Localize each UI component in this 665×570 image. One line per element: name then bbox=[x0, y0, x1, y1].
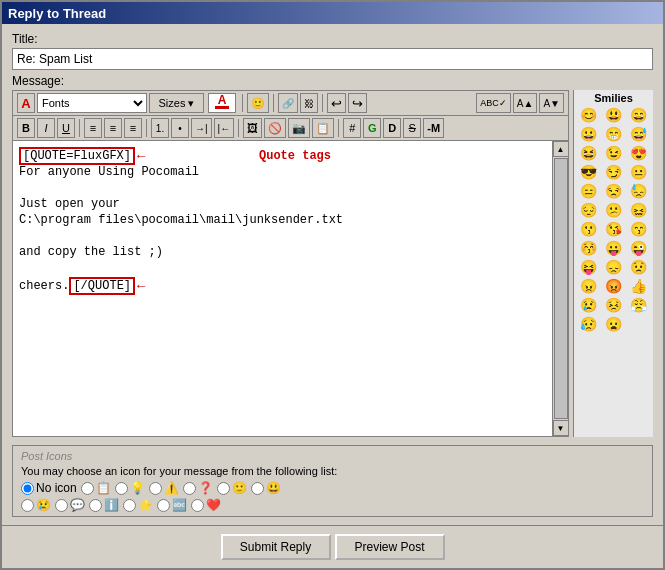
icon-radio-8[interactable] bbox=[55, 499, 68, 512]
vertical-scrollbar[interactable]: ▲ ▼ bbox=[552, 141, 568, 436]
icon-radio-1[interactable] bbox=[81, 482, 94, 495]
ul-btn[interactable]: • bbox=[171, 118, 189, 138]
smiley-22[interactable]: 😚 bbox=[576, 239, 600, 257]
icon-option-4[interactable]: ❓ bbox=[183, 481, 213, 495]
italic-btn[interactable]: I bbox=[37, 118, 55, 138]
underline-btn[interactable]: U bbox=[57, 118, 75, 138]
smiley-5[interactable]: 😁 bbox=[601, 125, 625, 143]
smiley-34[interactable]: 😥 bbox=[576, 315, 600, 333]
smiley-33[interactable]: 😤 bbox=[627, 296, 651, 314]
smiley-15[interactable]: 😓 bbox=[627, 182, 651, 200]
smiley-7[interactable]: 😆 bbox=[576, 144, 600, 162]
icon-radio-3[interactable] bbox=[149, 482, 162, 495]
align-left-btn[interactable]: ≡ bbox=[84, 118, 102, 138]
smiley-12[interactable]: 😐 bbox=[627, 163, 651, 181]
spellcheck-btn[interactable]: ABC✓ bbox=[476, 93, 511, 113]
undo-btn[interactable]: ↩ bbox=[327, 93, 346, 113]
icon-option-1[interactable]: 📋 bbox=[81, 481, 111, 495]
smiley-25[interactable]: 😝 bbox=[576, 258, 600, 276]
link-btn[interactable]: 🔗 bbox=[278, 93, 298, 113]
icon-radio-5[interactable] bbox=[217, 482, 230, 495]
smiley-6[interactable]: 😅 bbox=[627, 125, 651, 143]
smiley-13[interactable]: 😑 bbox=[576, 182, 600, 200]
smiley-3[interactable]: 😄 bbox=[627, 106, 651, 124]
font-size-up-btn[interactable]: A▲ bbox=[513, 93, 538, 113]
smiley-23[interactable]: 😛 bbox=[601, 239, 625, 257]
smiley-4[interactable]: 😀 bbox=[576, 125, 600, 143]
title-input[interactable] bbox=[12, 48, 653, 70]
smiley-16[interactable]: 😔 bbox=[576, 201, 600, 219]
font-size-down-btn[interactable]: A▼ bbox=[539, 93, 564, 113]
smiley-27[interactable]: 😟 bbox=[627, 258, 651, 276]
bold-btn[interactable]: B bbox=[17, 118, 35, 138]
smiley-30[interactable]: 👍 bbox=[627, 277, 651, 295]
M-btn[interactable]: -M bbox=[423, 118, 444, 138]
preview-post-button[interactable]: Preview Post bbox=[335, 534, 445, 560]
img2-btn[interactable]: 🚫 bbox=[264, 118, 286, 138]
smiley-17[interactable]: 😕 bbox=[601, 201, 625, 219]
text-content[interactable]: [QUOTE=FluxGFX] ← Quote tags For anyone … bbox=[13, 141, 552, 436]
smiley-35[interactable]: 😦 bbox=[601, 315, 625, 333]
icon-radio-9[interactable] bbox=[89, 499, 102, 512]
smiley-8[interactable]: 😉 bbox=[601, 144, 625, 162]
font-icon-btn[interactable]: A bbox=[17, 93, 35, 113]
no-icon-option[interactable]: No icon bbox=[21, 481, 77, 495]
icon-option-11[interactable]: 🔤 bbox=[157, 498, 187, 512]
submit-reply-button[interactable]: Submit Reply bbox=[221, 534, 331, 560]
smiley-1[interactable]: 😊 bbox=[576, 106, 600, 124]
size-btn[interactable]: Sizes ▾ bbox=[149, 93, 204, 113]
unlink-btn[interactable]: ⛓ bbox=[300, 93, 318, 113]
icon-option-9[interactable]: ℹ️ bbox=[89, 498, 119, 512]
icon-option-12[interactable]: ❤️ bbox=[191, 498, 221, 512]
no-icon-radio[interactable] bbox=[21, 482, 34, 495]
scroll-up-btn[interactable]: ▲ bbox=[553, 141, 569, 157]
icon-radio-4[interactable] bbox=[183, 482, 196, 495]
smiley-24[interactable]: 😜 bbox=[627, 239, 651, 257]
G-btn[interactable]: G bbox=[363, 118, 381, 138]
font-select[interactable]: Fonts Arial Times New Roman Courier New bbox=[37, 93, 147, 113]
smiley-31[interactable]: 😢 bbox=[576, 296, 600, 314]
align-right-btn[interactable]: ≡ bbox=[124, 118, 142, 138]
scroll-thumb[interactable] bbox=[554, 158, 568, 419]
icon-radio-7[interactable] bbox=[21, 499, 34, 512]
smiley-19[interactable]: 😗 bbox=[576, 220, 600, 238]
img4-btn[interactable]: 📋 bbox=[312, 118, 334, 138]
smiley-2[interactable]: 😃 bbox=[601, 106, 625, 124]
smiley-32[interactable]: 😣 bbox=[601, 296, 625, 314]
color-btn[interactable]: A bbox=[208, 93, 236, 113]
icon-option-6[interactable]: 😃 bbox=[251, 481, 281, 495]
D-btn[interactable]: D bbox=[383, 118, 401, 138]
icon-radio-10[interactable] bbox=[123, 499, 136, 512]
icon-option-7[interactable]: 😢 bbox=[21, 498, 51, 512]
icon-option-3[interactable]: ⚠️ bbox=[149, 481, 179, 495]
icon-radio-2[interactable] bbox=[115, 482, 128, 495]
smiley-29[interactable]: 😡 bbox=[601, 277, 625, 295]
hash-btn[interactable]: # bbox=[343, 118, 361, 138]
smiley-btn[interactable]: 🙂 bbox=[247, 93, 269, 113]
indent-btn[interactable]: →| bbox=[191, 118, 212, 138]
smiley-26[interactable]: 😞 bbox=[601, 258, 625, 276]
scroll-down-btn[interactable]: ▼ bbox=[553, 420, 569, 436]
outdent-btn[interactable]: |← bbox=[214, 118, 235, 138]
smiley-10[interactable]: 😎 bbox=[576, 163, 600, 181]
smiley-9[interactable]: 😍 bbox=[627, 144, 651, 162]
icon-option-5[interactable]: 🙂 bbox=[217, 481, 247, 495]
smiley-28[interactable]: 😠 bbox=[576, 277, 600, 295]
smiley-14[interactable]: 😒 bbox=[601, 182, 625, 200]
icon-radio-6[interactable] bbox=[251, 482, 264, 495]
smiley-18[interactable]: 😖 bbox=[627, 201, 651, 219]
icon-option-10[interactable]: ⭐ bbox=[123, 498, 153, 512]
icon-radio-12[interactable] bbox=[191, 499, 204, 512]
align-center-btn[interactable]: ≡ bbox=[104, 118, 122, 138]
S-btn[interactable]: S bbox=[403, 118, 421, 138]
icon-option-8[interactable]: 💬 bbox=[55, 498, 85, 512]
icon-option-2[interactable]: 💡 bbox=[115, 481, 145, 495]
icon-radio-11[interactable] bbox=[157, 499, 170, 512]
img1-btn[interactable]: 🖼 bbox=[243, 118, 262, 138]
smiley-20[interactable]: 😘 bbox=[601, 220, 625, 238]
ol-btn[interactable]: 1. bbox=[151, 118, 169, 138]
smiley-11[interactable]: 😏 bbox=[601, 163, 625, 181]
redo-btn[interactable]: ↪ bbox=[348, 93, 367, 113]
img3-btn[interactable]: 📷 bbox=[288, 118, 310, 138]
smiley-21[interactable]: 😙 bbox=[627, 220, 651, 238]
